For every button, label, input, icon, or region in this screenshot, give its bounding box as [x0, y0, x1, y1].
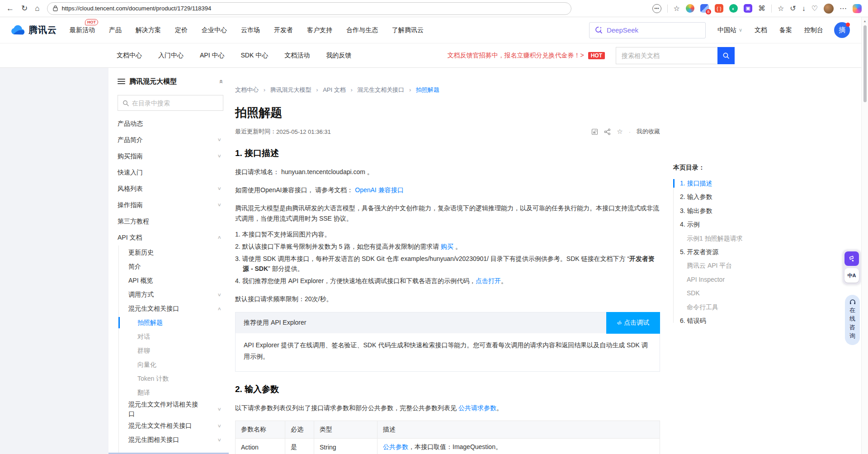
sidebar-menu-item[interactable]: 混元生文文件对话相关接口 ∨ [118, 400, 232, 419]
sidebar-menu-item[interactable]: 混元生图相关接口 ∨ [118, 433, 232, 447]
toc-item[interactable]: 3. 输出参数 [680, 208, 786, 214]
toc-link[interactable]: 4. 示例 [680, 221, 700, 228]
toc-link[interactable]: 5. 开发者资源 [680, 248, 719, 255]
breadcrumb-link[interactable]: 拍照解题 [416, 86, 439, 93]
sidebar-menu-item[interactable]: 产品动态 [118, 115, 232, 132]
subnav-item[interactable]: SDK 中心 [241, 52, 268, 60]
toc-item[interactable]: 1. 接口描述 [680, 180, 786, 187]
toc-link[interactable]: 3. 输出参数 [680, 207, 712, 214]
home-icon[interactable]: ⌂ [35, 5, 39, 12]
sidebar-search-box[interactable] [118, 95, 223, 111]
header-nav-item[interactable]: 解决方案 [136, 26, 161, 34]
toc-link[interactable]: 6. 错误码 [680, 317, 706, 324]
sidebar-menu-item[interactable]: 风格列表 ∨ [118, 180, 232, 197]
extension-overlay-button[interactable] [844, 251, 859, 266]
sidebar-menu-item[interactable]: 简介 [118, 260, 232, 274]
copilot-icon[interactable] [853, 4, 862, 13]
page-actions-icon[interactable]: ••• [652, 4, 661, 13]
toc-item[interactable]: 2. 输入参数 [680, 194, 786, 200]
sidebar-menu-item[interactable]: Token 计数 [118, 372, 232, 386]
sidebar-menu-item[interactable]: 快速入门 [118, 164, 232, 180]
sidebar-search-input[interactable] [132, 99, 218, 107]
address-bar[interactable]: https://cloud.tencent.com/document/produ… [47, 2, 571, 15]
inline-link[interactable]: 点击打开 [476, 277, 501, 284]
toc-link[interactable]: 腾讯云 API 平台 [687, 262, 732, 269]
header-nav-item[interactable]: 云市场 [241, 26, 260, 34]
toc-item[interactable]: 命令行工具 [680, 304, 786, 311]
bookmark-star-icon[interactable]: ☆ [674, 4, 680, 13]
sidebar-menu-item[interactable]: 购买指南 ∨ [118, 148, 232, 164]
extension-icon-5[interactable]: ▣ [744, 4, 752, 13]
favorites-icon[interactable]: ☆ [778, 4, 784, 13]
sidebar-menu-item[interactable]: 更新历史 [118, 246, 232, 260]
header-nav-item[interactable]: 开发者 [274, 26, 293, 34]
user-avatar[interactable]: 摘 [834, 22, 850, 38]
back-icon[interactable]: ← [6, 5, 14, 12]
extension-icon-3[interactable]: { } [715, 4, 723, 13]
subnav-item[interactable]: 文档活动 [284, 52, 310, 60]
online-consult-tab[interactable]: 在线咨询 [845, 295, 860, 345]
toc-link[interactable]: API Inspector [687, 276, 725, 283]
header-nav-item[interactable]: 产品 [109, 26, 122, 34]
share-icon[interactable] [604, 128, 611, 135]
toc-item[interactable]: 4. 示例 [680, 221, 786, 228]
extension-icon-4[interactable]: ◐ [729, 4, 738, 13]
doc-feedback-icon[interactable] [591, 128, 598, 135]
scroll-up-arrow[interactable]: ▲ [862, 19, 868, 23]
sidebar-menu-item[interactable]: 拍照解题 [118, 316, 232, 330]
header-search-box[interactable] [589, 22, 706, 38]
star-icon[interactable]: ☆ [617, 128, 623, 136]
toc-item[interactable]: 6. 错误码 [680, 317, 786, 324]
header-nav-item[interactable]: 企业中心 [202, 26, 227, 34]
sidebar-menu-item[interactable]: API 文档 ∧ [118, 229, 232, 246]
subnav-item[interactable]: API 中心 [200, 52, 224, 60]
sidebar-menu-item[interactable]: 混元生文相关接口 ∧ [118, 302, 232, 316]
subnav-item[interactable]: 我的反馈 [326, 52, 351, 60]
sidebar-menu-item[interactable]: 操作指南 ∨ [118, 197, 232, 213]
translate-button[interactable]: 中A [844, 268, 859, 283]
toc-link[interactable]: 2. 输入参数 [680, 193, 712, 200]
doc-search-button[interactable] [717, 47, 735, 64]
region-selector[interactable]: 中国站 ∨ [717, 26, 742, 34]
header-nav-item[interactable]: 合作与生态 [346, 26, 378, 34]
browser-health-icon[interactable]: ♡ [811, 4, 818, 13]
toc-link[interactable]: 1. 接口描述 [680, 180, 712, 187]
sidebar-menu-item[interactable]: 翻译 [118, 386, 232, 400]
extension-icon-6[interactable]: ⌘ [758, 4, 765, 13]
sidebar-menu-item[interactable]: 第三方教程 [118, 213, 232, 229]
sidebar-menu-item[interactable]: API 概览 [118, 274, 232, 288]
extension-icon-1[interactable] [686, 4, 694, 13]
doc-search-input[interactable] [616, 47, 717, 64]
toc-item[interactable]: 腾讯云 API 平台 [680, 262, 786, 269]
toc-item[interactable]: 示例1 拍照解题请求 [680, 235, 786, 242]
sidebar-menu-item[interactable]: 向量化 [118, 358, 232, 372]
breadcrumb-link[interactable]: 文档中心 [235, 86, 259, 93]
extension-icon-2[interactable]: 8 [700, 4, 709, 13]
menu-icon[interactable] [118, 79, 125, 84]
header-nav-item[interactable]: 定价 [175, 26, 188, 34]
sidebar-menu-item[interactable]: 对话 [118, 330, 232, 344]
header-nav-item[interactable]: 最新活动 [70, 26, 95, 34]
toc-link[interactable]: 示例1 拍照解题请求 [687, 235, 743, 242]
sidebar-menu-item[interactable]: 群聊 [118, 344, 232, 358]
toc-item[interactable]: API Inspector [680, 276, 786, 283]
tencent-cloud-logo[interactable]: 腾讯云 [10, 24, 57, 36]
browser-profile-avatar[interactable] [824, 4, 834, 14]
my-favorites-link[interactable]: 我的收藏 [637, 128, 660, 136]
header-nav-item[interactable]: 了解腾讯云 [392, 26, 424, 34]
toc-item[interactable]: 5. 开发者资源 [680, 249, 786, 255]
header-link[interactable]: 文档 [755, 26, 767, 34]
collapse-sidebar-icon[interactable]: « [217, 80, 225, 83]
common-params-link[interactable]: 公共参数 [383, 443, 408, 450]
toc-link[interactable]: SDK [687, 289, 700, 297]
subnav-item[interactable]: 入门中心 [158, 52, 184, 60]
breadcrumb-link[interactable]: API 文档 [323, 86, 346, 93]
header-search-input[interactable] [607, 26, 700, 34]
header-nav-item[interactable]: 客户支持 [307, 26, 332, 34]
openai-compat-link[interactable]: OpenAI 兼容接口 [355, 186, 403, 194]
refresh-icon[interactable]: ↻ [21, 5, 28, 12]
sidebar-menu-item[interactable]: 产品简介 ∨ [118, 132, 232, 148]
debug-button[interactable]: ‹/› 点击调试 [606, 312, 660, 334]
history-icon[interactable]: ↺ [790, 4, 796, 13]
toc-item[interactable]: SDK [680, 290, 786, 297]
